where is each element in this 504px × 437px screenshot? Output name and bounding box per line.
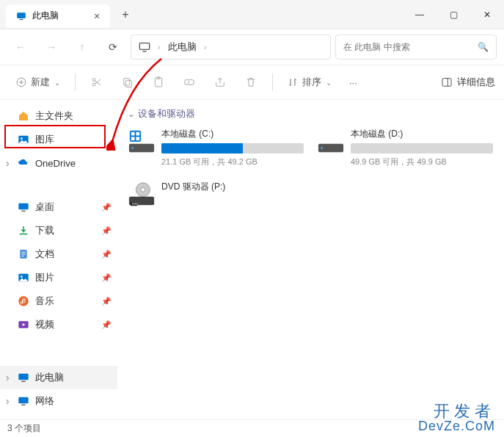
sidebar-item-label: 桌面 [35,201,54,214]
svg-rect-26 [18,397,28,404]
breadcrumb-location[interactable]: 此电脑 [168,40,197,54]
sidebar-item-docs[interactable]: 文档📌 [0,242,117,266]
music-icon [18,295,29,307]
active-tab[interactable]: 此电脑 × [6,4,110,28]
scissors-icon [91,76,103,88]
sidebar-item-label: OneDrive [35,158,76,169]
network-icon [18,395,29,407]
rename-icon: A [183,76,195,88]
sidebar-item-pictures[interactable]: 图片📌 [0,266,117,289]
drive-status: 49.9 GB 可用，共 49.9 GB [351,156,493,167]
address-bar[interactable]: › 此电脑 › [131,35,331,59]
svg-text:A: A [187,80,190,84]
cloud-icon [18,157,29,169]
divider [75,73,76,91]
sidebar-item-label: 主文件夹 [35,109,73,123]
content-area: 设备和驱动器 本地磁盘 (C:)21.1 GB 可用，共 49.2 GB本地磁盘… [117,100,504,419]
paste-button[interactable] [145,70,172,95]
svg-rect-8 [125,80,131,87]
more-button[interactable]: ··· [342,70,365,95]
pin-icon: 📌 [101,226,112,236]
docs-icon [18,248,29,260]
drive-item[interactable]: DVDDVD 驱动器 (P:) [128,181,304,209]
sidebar-item-home[interactable]: 主文件夹 [0,104,117,128]
up-button[interactable]: ↑ [69,34,95,60]
pin-icon: 📌 [101,273,112,283]
share-icon [214,76,226,88]
sidebar-item-label: 此电脑 [35,371,64,384]
svg-rect-25 [21,381,25,382]
drive-item[interactable]: 本地磁盘 (D:)49.9 GB 可用，共 49.9 GB [317,128,493,167]
pin-icon: 📌 [101,320,112,330]
sidebar-item-label: 文档 [35,248,54,261]
svg-rect-27 [21,405,25,405]
back-button[interactable]: ← [7,34,34,60]
svg-point-36 [321,147,323,149]
sidebar-item-label: 视频 [35,318,54,331]
details-pane-button[interactable]: 详细信息 [441,76,495,89]
copy-button[interactable] [114,70,142,95]
monitor-icon [16,11,26,21]
sidebar-item-download[interactable]: 下载📌 [0,219,117,242]
sidebar-item-gallery[interactable]: 图库 [0,128,117,151]
share-button[interactable] [206,70,234,95]
search-box[interactable]: 🔍 [335,35,497,59]
title-bar: 此电脑 × + — ▢ ✕ [0,0,504,29]
paste-icon [153,76,164,88]
new-tab-button[interactable]: + [122,8,128,21]
sidebar-item-label: 音乐 [35,295,54,308]
search-input[interactable] [343,42,478,52]
cut-button[interactable] [83,70,111,95]
sidebar-item-network[interactable]: 网络 [0,389,117,413]
svg-rect-18 [21,211,25,212]
sidebar-item-label: 网络 [35,394,54,408]
pin-icon: 📌 [101,250,112,259]
svg-rect-0 [17,12,26,18]
sidebar-item-cloud[interactable]: OneDrive [0,151,117,175]
refresh-button[interactable]: ⟳ [100,34,126,60]
breadcrumb-sep: › [158,43,161,51]
drive-status: 21.1 GB 可用，共 49.2 GB [161,156,304,167]
sidebar-item-video[interactable]: 视频📌 [0,313,117,336]
tab-close-button[interactable]: × [94,10,100,22]
sidebar-item-pc[interactable]: 此电脑 [0,366,117,389]
rename-button[interactable]: A [175,70,203,95]
minimize-button[interactable]: — [403,0,437,29]
maximize-button[interactable]: ▢ [437,0,470,29]
dvd-icon: DVD [128,181,156,209]
capacity-bar [351,143,493,154]
delete-button[interactable] [237,70,265,95]
drive-item[interactable]: 本地磁盘 (C:)21.1 GB 可用，共 49.2 GB [128,128,304,167]
svg-rect-29 [131,132,135,136]
home-icon [18,110,29,122]
breadcrumb-sep: › [204,43,207,51]
search-icon[interactable]: 🔍 [478,42,489,52]
sort-button[interactable]: 排序 ⌄ [280,70,339,95]
forward-button[interactable]: → [38,34,65,60]
svg-rect-32 [136,137,139,140]
svg-rect-31 [131,137,135,140]
watermark: 开发者 DevZe.CoM [418,403,495,433]
command-bar: 新建 ⌄ A 排序 ⌄ ··· 详细信息 [0,65,504,100]
sort-icon [288,77,298,87]
sidebar-item-label: 下载 [35,224,54,237]
close-window-button[interactable]: ✕ [470,0,504,29]
monitor-icon [139,41,150,53]
pin-icon: 📌 [101,297,112,306]
new-button[interactable]: 新建 ⌄ [9,70,67,95]
svg-text:DVD: DVD [132,203,138,206]
section-header[interactable]: 设备和驱动器 [128,107,494,120]
svg-rect-30 [136,132,139,136]
pin-icon: 📌 [101,203,112,212]
video-icon [18,319,29,331]
svg-point-21 [21,275,23,278]
svg-rect-1 [20,19,23,20]
pc-icon [18,372,29,383]
trash-icon [245,76,257,88]
sidebar-item-desktop[interactable]: 桌面📌 [0,195,117,219]
drive-name: DVD 驱动器 (P:) [161,181,304,193]
copy-icon [122,76,134,88]
sidebar-item-music[interactable]: 音乐📌 [0,289,117,313]
tab-title: 此电脑 [32,10,59,22]
drive-list: 本地磁盘 (C:)21.1 GB 可用，共 49.2 GB本地磁盘 (D:)49… [128,128,494,209]
